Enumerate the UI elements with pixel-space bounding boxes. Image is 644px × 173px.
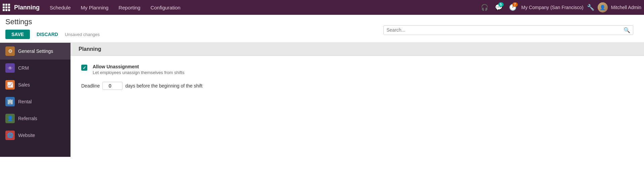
nav-schedule[interactable]: Schedule: [45, 3, 76, 12]
sidebar-label-crm: CRM: [18, 65, 29, 71]
nav-items: Schedule My Planning Reporting Configura…: [45, 3, 479, 12]
section-header: Planning: [71, 43, 644, 56]
allow-unassignment-checkbox[interactable]: ✓: [81, 65, 87, 71]
sidebar-item-sales[interactable]: 📈 Sales: [0, 76, 71, 93]
grid-icon: [3, 4, 10, 11]
rental-icon: 🏢: [5, 97, 15, 106]
sidebar-label-website: Website: [18, 133, 35, 138]
app-name: Planning: [14, 4, 40, 11]
nav-reporting[interactable]: Reporting: [114, 3, 145, 12]
allow-unassignment-description: Let employees unassign themselves from s…: [93, 70, 184, 75]
search-bar: 🔍: [383, 25, 633, 35]
website-icon: 🌐: [5, 131, 15, 140]
discard-button[interactable]: DISCARD: [33, 30, 61, 39]
sidebar-item-crm[interactable]: 👁 CRM: [0, 60, 71, 76]
deadline-label: Deadline: [81, 83, 100, 89]
allow-unassignment-label: Allow Unassignment: [93, 64, 184, 69]
support-button[interactable]: 🎧: [479, 2, 490, 13]
save-button[interactable]: SAVE: [5, 30, 30, 39]
page-title: Settings: [5, 18, 383, 26]
content-body: ✓ Allow Unassignment Let employees unass…: [71, 56, 644, 157]
sidebar-label-referrals: Referrals: [18, 116, 37, 121]
sidebar-item-referrals[interactable]: 👤 Referrals: [0, 110, 71, 127]
sidebar: ⚙ General Settings 👁 CRM 📈 Sales 🏢 Renta…: [0, 43, 71, 157]
main-body: ⚙ General Settings 👁 CRM 📈 Sales 🏢 Renta…: [0, 43, 644, 157]
sales-icon: 📈: [5, 80, 15, 90]
nav-my-planning[interactable]: My Planning: [76, 3, 113, 12]
page-header: Settings SAVE DISCARD Unsaved changes 🔍: [0, 15, 644, 43]
checkmark-icon: ✓: [83, 65, 86, 70]
general-settings-icon: ⚙: [5, 46, 15, 56]
deadline-row: Deadline days before the beginning of th…: [81, 82, 633, 90]
username[interactable]: Mitchell Admin: [611, 5, 641, 10]
allow-unassignment-setting: ✓ Allow Unassignment Let employees unass…: [81, 64, 633, 75]
chat-button[interactable]: 💬 5: [493, 2, 504, 13]
sidebar-label-rental: Rental: [18, 99, 32, 104]
page-toolbar: SAVE DISCARD Unsaved changes: [5, 30, 383, 42]
search-input[interactable]: [386, 27, 624, 33]
sidebar-label-general-settings: General Settings: [18, 48, 53, 54]
crm-icon: 👁: [5, 63, 15, 73]
topnav-right: 🎧 💬 5 🕐 7 My Company (San Francisco) 🔧 👤…: [479, 2, 641, 13]
allow-unassignment-text: Allow Unassignment Let employees unassig…: [93, 64, 184, 75]
activity-badge: 7: [512, 2, 518, 7]
section-title: Planning: [79, 46, 101, 52]
search-icon: 🔍: [624, 27, 630, 33]
chat-badge: 5: [498, 2, 504, 7]
tools-icon[interactable]: 🔧: [587, 4, 594, 11]
user-avatar[interactable]: 👤: [598, 2, 608, 12]
allow-unassignment-checkbox-area: ✓: [81, 65, 87, 71]
nav-configuration[interactable]: Configuration: [146, 3, 185, 12]
unsaved-changes-label: Unsaved changes: [65, 32, 100, 37]
headset-icon: 🎧: [481, 4, 488, 11]
top-navigation: Planning Schedule My Planning Reporting …: [0, 0, 644, 15]
sidebar-item-general-settings[interactable]: ⚙ General Settings: [0, 43, 71, 60]
app-logo[interactable]: Planning: [3, 4, 40, 11]
company-selector[interactable]: My Company (San Francisco): [521, 5, 584, 10]
avatar-image: 👤: [598, 2, 608, 12]
activity-button[interactable]: 🕐 7: [507, 2, 518, 13]
sidebar-item-website[interactable]: 🌐 Website: [0, 127, 71, 144]
sidebar-label-sales: Sales: [18, 82, 30, 88]
deadline-suffix: days before the beginning of the shift: [125, 83, 202, 89]
content-area: Planning ✓ Allow Unassignment Let employ…: [71, 43, 644, 157]
deadline-input[interactable]: [102, 82, 123, 90]
referrals-icon: 👤: [5, 114, 15, 123]
sidebar-item-rental[interactable]: 🏢 Rental: [0, 93, 71, 110]
